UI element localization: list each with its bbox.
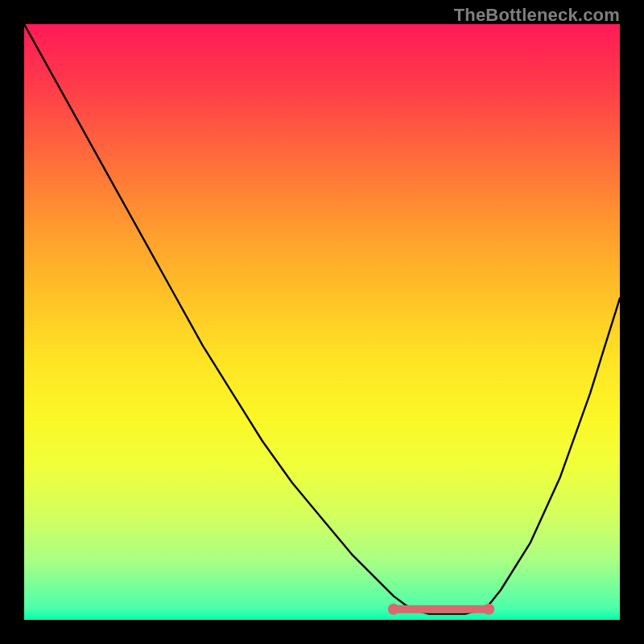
chart-frame: TheBottleneck.com — [0, 0, 644, 644]
plot-area — [24, 24, 620, 620]
flat-region-right-marker — [483, 604, 494, 615]
chart-svg — [24, 24, 620, 620]
watermark-text: TheBottleneck.com — [454, 5, 620, 26]
flat-region-left-marker — [388, 604, 399, 615]
curve-group — [24, 24, 620, 615]
main-curve — [24, 24, 620, 614]
